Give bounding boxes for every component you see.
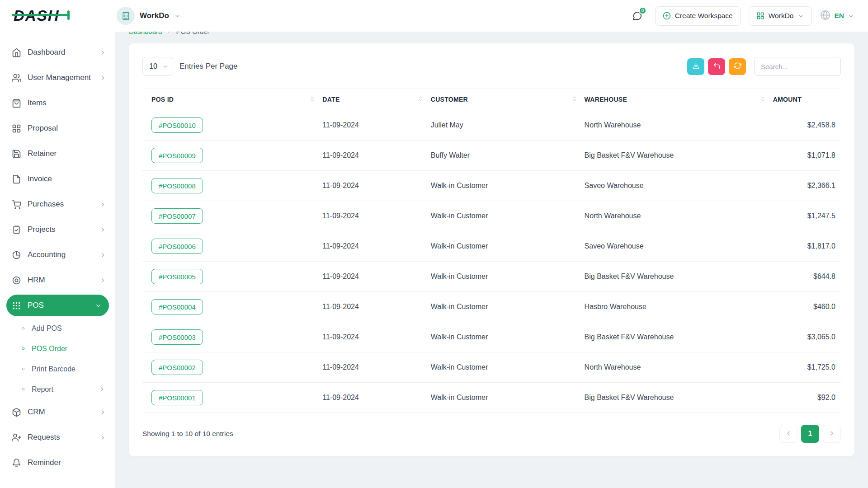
app-logo[interactable]: DASH xyxy=(14,7,64,24)
dots-icon xyxy=(12,301,21,310)
nav-label: Reminder xyxy=(28,458,61,467)
pos-id-button[interactable]: #POS00001 xyxy=(151,390,203,405)
nav-label: Proposal xyxy=(28,124,58,133)
table-row: #POS0000311-09-2024Walk-in CustomerBig B… xyxy=(142,322,841,352)
chevron-right-icon xyxy=(99,434,106,441)
order-amount: $460.0 xyxy=(768,292,841,322)
order-amount: $1,071.8 xyxy=(768,141,841,171)
customer-name: Walk-in Customer xyxy=(425,352,579,383)
toolbar-right xyxy=(687,57,841,76)
sidebar-subitem-print-barcode[interactable]: Print Barcode xyxy=(0,359,115,379)
sidebar-item-items[interactable]: Items xyxy=(0,90,115,116)
order-date: 11-09-2024 xyxy=(317,171,425,201)
customer-name: Juliet May xyxy=(425,110,579,141)
pos-id-button[interactable]: #POS00002 xyxy=(151,360,203,375)
table-row: #POS0000811-09-2024Walk-in CustomerSaveo… xyxy=(142,171,841,201)
undo-icon xyxy=(713,62,721,71)
column-label: WAREHOUSE xyxy=(585,96,627,103)
pos-id-button[interactable]: #POS00004 xyxy=(151,299,203,314)
create-workspace-button[interactable]: Create Workspace xyxy=(655,6,741,26)
sidebar-item-pos[interactable]: POS xyxy=(6,295,109,316)
workspace-menu-button[interactable]: WorkDo xyxy=(749,6,812,26)
pagination-prev-button[interactable] xyxy=(779,425,797,443)
workspace-avatar xyxy=(117,7,135,25)
pos-id-button[interactable]: #POS00009 xyxy=(151,148,203,163)
sidebar-item-projects[interactable]: Projects xyxy=(0,217,115,242)
entries-summary: Showing 1 to 10 of 10 entries xyxy=(142,430,233,438)
nav-label: HRM xyxy=(28,276,45,285)
nav-label: Purchases xyxy=(28,200,64,209)
warehouse-name: Big Basket F&V Warehouse xyxy=(579,383,768,413)
sidebar-item-retainer[interactable]: Retainer xyxy=(0,141,115,166)
sidebar-item-requests[interactable]: Requests xyxy=(0,425,115,450)
users-icon xyxy=(12,73,21,83)
order-date: 11-09-2024 xyxy=(317,201,425,231)
order-amount: $92.0 xyxy=(768,383,841,413)
customer-name: Walk-in Customer xyxy=(425,292,579,322)
pos-id-button[interactable]: #POS00007 xyxy=(151,208,203,224)
home-icon xyxy=(12,48,21,57)
refresh-button[interactable] xyxy=(729,58,746,75)
clipboard-icon xyxy=(12,225,21,235)
sidebar-item-hrm[interactable]: HRM xyxy=(0,267,115,293)
brand[interactable]: DASH xyxy=(14,7,117,24)
order-amount: $1,817.0 xyxy=(768,231,841,262)
search-input[interactable] xyxy=(754,57,841,76)
top-header: DASH WorkDo 0 Create Workspace WorkDo EN xyxy=(0,0,868,32)
sidebar-item-purchases[interactable]: Purchases xyxy=(0,192,115,217)
sidebar-subitem-report[interactable]: Report xyxy=(0,379,115,399)
column-header-date[interactable]: DATE xyxy=(317,89,425,110)
sidebar-item-crm[interactable]: CRM xyxy=(0,399,115,425)
sidebar-item-accounting[interactable]: Accounting xyxy=(0,242,115,267)
pos-id-button[interactable]: #POS00010 xyxy=(151,117,203,133)
nav-label: Retainer xyxy=(28,149,57,158)
pos-orders-table: POS IDDATECUSTOMERWAREHOUSEAMOUNT #POS00… xyxy=(142,89,841,413)
workspace-switcher[interactable]: WorkDo xyxy=(117,7,181,25)
pagination-next-button[interactable] xyxy=(823,425,841,443)
workspace-name: WorkDo xyxy=(140,11,169,20)
nav-label: Accounting xyxy=(28,250,66,259)
file-icon xyxy=(12,174,21,184)
table-toolbar: 10 Entries Per Page xyxy=(142,57,841,76)
circle-icon xyxy=(21,326,26,331)
table-header: POS IDDATECUSTOMERWAREHOUSEAMOUNT xyxy=(142,89,841,110)
column-header-warehouse[interactable]: WAREHOUSE xyxy=(579,89,768,110)
messages-button[interactable]: 0 xyxy=(628,6,647,25)
column-header-customer[interactable]: CUSTOMER xyxy=(425,89,579,110)
sidebar-item-user-management[interactable]: User Management xyxy=(0,65,115,90)
order-amount: $644.8 xyxy=(768,262,841,292)
order-date: 11-09-2024 xyxy=(317,322,425,352)
sidebar-item-proposal[interactable]: Proposal xyxy=(0,116,115,141)
warehouse-name: Hasbro Warehouse xyxy=(579,292,768,322)
chevron-right-icon xyxy=(99,75,106,81)
customer-name: Walk-in Customer xyxy=(425,322,579,352)
table-row: #POS0000111-09-2024Walk-in CustomerBig B… xyxy=(142,383,841,413)
reset-button[interactable] xyxy=(708,58,725,75)
nav-label: Invoice xyxy=(28,174,52,183)
order-date: 11-09-2024 xyxy=(317,110,425,141)
nav-label: Projects xyxy=(28,225,55,234)
sidebar-item-dashboard[interactable]: Dashboard xyxy=(0,40,115,65)
column-header-pos-id[interactable]: POS ID xyxy=(142,89,317,110)
table-row: #POS0001011-09-2024Juliet MayNorth Wareh… xyxy=(142,110,841,141)
order-date: 11-09-2024 xyxy=(317,141,425,171)
language-switcher[interactable]: EN xyxy=(820,10,854,22)
pagination-page-1[interactable]: 1 xyxy=(801,425,819,443)
customer-name: Walk-in Customer xyxy=(425,201,579,231)
header-actions: 0 Create Workspace WorkDo EN xyxy=(628,6,854,26)
export-button[interactable] xyxy=(687,58,704,75)
pos-id-button[interactable]: #POS00005 xyxy=(151,269,203,284)
sidebar-item-reminder[interactable]: Reminder xyxy=(0,450,115,475)
entries-per-page-label: Entries Per Page xyxy=(179,62,238,71)
pos-id-button[interactable]: #POS00008 xyxy=(151,178,203,193)
sidebar-item-invoice[interactable]: Invoice xyxy=(0,166,115,192)
warehouse-name: North Warehouse xyxy=(579,201,768,231)
customer-name: Walk-in Customer xyxy=(425,171,579,201)
pos-id-button[interactable]: #POS00006 xyxy=(151,239,203,254)
customer-name: Walk-in Customer xyxy=(425,262,579,292)
sidebar-subitem-add-pos[interactable]: Add POS xyxy=(0,318,115,338)
pos-id-button[interactable]: #POS00003 xyxy=(151,329,203,345)
sidebar-subitem-pos-order[interactable]: POS Order xyxy=(0,338,115,359)
entries-per-page-select[interactable]: 10 xyxy=(142,57,173,76)
sort-icon xyxy=(418,96,424,103)
